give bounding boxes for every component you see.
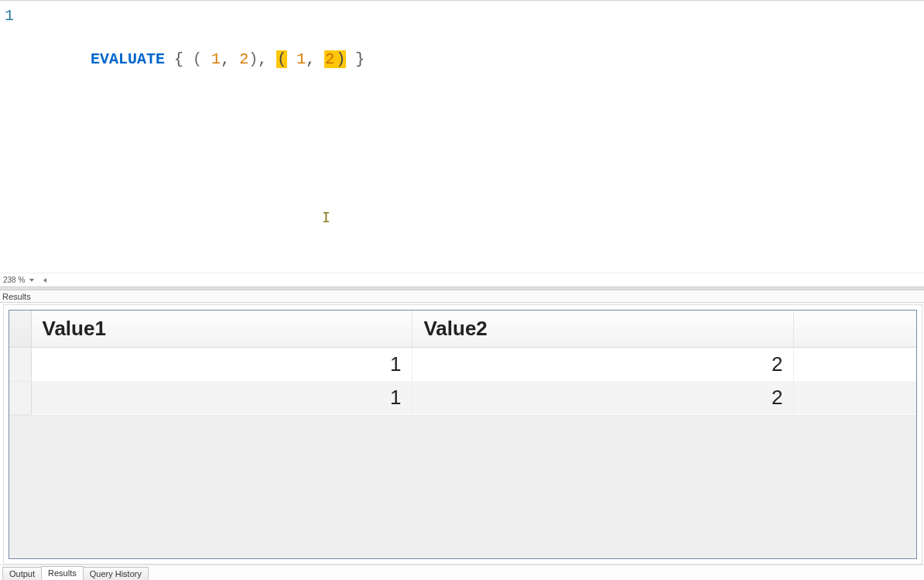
code-token [165,50,174,68]
zoom-dropdown-icon[interactable] [28,276,34,285]
table-row[interactable]: 12 [9,381,916,414]
dax-editor-pane[interactable]: 1 EVALUATE { ( 1, 2), ( 1, 2) }I 238 % [0,1,924,287]
editor-scroll: 1 EVALUATE { ( 1, 2), ( 1, 2) }I [0,1,924,273]
code-token: , [306,50,315,68]
code-token: , [221,50,230,68]
cell[interactable]: 2 [412,348,794,382]
zoom-level: 238 % [3,276,25,284]
cell[interactable]: 2 [412,381,794,414]
code-token: 2 [239,50,248,68]
code-token: ( [276,50,287,68]
results-pane: Value1 Value2 1212 [0,303,924,565]
row-header[interactable] [9,348,31,382]
column-header[interactable]: Value2 [412,311,794,348]
line-number: 1 [5,7,14,25]
code-token [183,50,193,68]
results-outer-border: Value1 Value2 1212 [3,304,922,565]
cell-fill [794,348,916,382]
results-grid-wrap: Value1 Value2 1212 [9,310,917,559]
line-gutter: 1 [0,2,15,273]
grid-corner[interactable] [9,311,31,348]
code-line-1[interactable]: EVALUATE { ( 1, 2), ( 1, 2) }I [15,2,924,273]
code-token [230,50,239,68]
code-token: 2 [324,50,335,68]
results-panel-header: Results [0,290,924,303]
code-token: } [355,50,364,68]
code-token [267,50,276,68]
editor-status-strip: 238 % [0,273,924,287]
grid-empty-area [9,415,916,559]
table-row[interactable]: 12 [9,348,916,382]
row-header[interactable] [9,381,31,414]
cell-fill [794,381,916,414]
code-token: 1 [211,50,221,68]
code-token [287,50,296,68]
column-header[interactable]: Value1 [31,311,412,348]
tab-query-history[interactable]: Query History [83,567,149,580]
code-token: { [174,50,183,68]
code-token [315,50,324,68]
bottom-tab-strip: OutputResultsQuery History [0,565,924,580]
results-panel-title: Results [2,292,31,301]
column-header-fill [794,311,916,348]
code-token: 1 [296,50,306,68]
code-token: , [258,50,267,68]
app-root: 1 EVALUATE { ( 1, 2), ( 1, 2) }I 238 % R… [0,0,924,580]
code-token: ( [193,50,202,68]
tab-output[interactable]: Output [2,567,42,580]
scroll-left-icon[interactable] [43,276,46,285]
code-token: EVALUATE [91,50,165,68]
text-caret-icon: I [322,207,330,228]
cell[interactable]: 1 [31,381,412,414]
tab-results[interactable]: Results [41,566,84,580]
cell[interactable]: 1 [31,348,412,382]
code-token: ) [248,50,258,68]
code-token [202,50,211,68]
code-token: ) [335,50,346,68]
results-grid[interactable]: Value1 Value2 1212 [9,311,916,415]
code-token [346,50,355,68]
